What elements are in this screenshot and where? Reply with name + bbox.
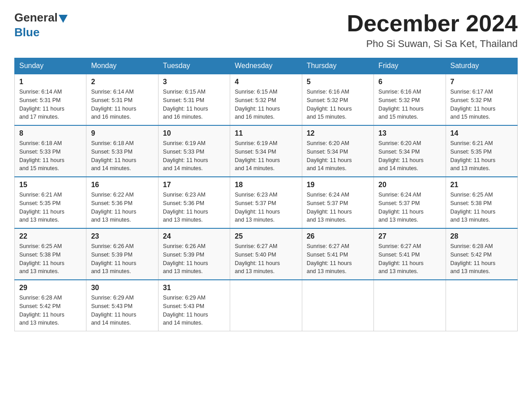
column-header-thursday: Thursday <box>302 58 373 74</box>
day-info: Sunrise: 6:26 AMSunset: 5:39 PMDaylight:… <box>91 242 153 276</box>
calendar-cell: 10Sunrise: 6:19 AMSunset: 5:33 PMDayligh… <box>158 125 230 177</box>
calendar-cell: 28Sunrise: 6:28 AMSunset: 5:42 PMDayligh… <box>446 228 517 280</box>
calendar-cell: 4Sunrise: 6:15 AMSunset: 5:32 PMDaylight… <box>230 74 302 125</box>
calendar-cell: 27Sunrise: 6:27 AMSunset: 5:41 PMDayligh… <box>374 228 446 280</box>
day-info: Sunrise: 6:24 AMSunset: 5:37 PMDaylight:… <box>307 191 369 224</box>
day-info: Sunrise: 6:23 AMSunset: 5:37 PMDaylight:… <box>235 191 297 224</box>
calendar-cell: 22Sunrise: 6:25 AMSunset: 5:38 PMDayligh… <box>15 228 86 280</box>
day-number: 9 <box>91 129 153 137</box>
calendar-cell: 11Sunrise: 6:19 AMSunset: 5:34 PMDayligh… <box>230 125 302 177</box>
calendar-cell: 8Sunrise: 6:18 AMSunset: 5:33 PMDaylight… <box>15 125 86 177</box>
day-info: Sunrise: 6:17 AMSunset: 5:32 PMDaylight:… <box>450 88 513 121</box>
calendar-cell: 13Sunrise: 6:20 AMSunset: 5:34 PMDayligh… <box>374 125 446 177</box>
day-number: 17 <box>163 181 225 189</box>
calendar-cell: 19Sunrise: 6:24 AMSunset: 5:37 PMDayligh… <box>302 177 373 228</box>
day-number: 11 <box>235 129 297 137</box>
day-number: 25 <box>235 232 297 240</box>
day-info: Sunrise: 6:24 AMSunset: 5:37 PMDaylight:… <box>378 191 441 224</box>
day-number: 15 <box>19 181 82 189</box>
calendar-cell <box>302 280 373 331</box>
day-number: 7 <box>450 78 513 86</box>
day-info: Sunrise: 6:20 AMSunset: 5:34 PMDaylight:… <box>378 139 441 173</box>
day-number: 29 <box>19 284 82 292</box>
calendar-cell: 12Sunrise: 6:20 AMSunset: 5:34 PMDayligh… <box>302 125 373 177</box>
calendar-cell <box>230 280 302 331</box>
day-number: 28 <box>450 232 513 240</box>
column-header-wednesday: Wednesday <box>230 58 302 74</box>
logo-triangle-icon <box>59 15 68 23</box>
calendar-cell: 29Sunrise: 6:28 AMSunset: 5:42 PMDayligh… <box>15 280 86 331</box>
day-number: 13 <box>378 129 441 137</box>
location-subtitle: Pho Si Suwan, Si Sa Ket, Thailand <box>347 38 518 50</box>
column-header-sunday: Sunday <box>15 58 86 74</box>
day-number: 5 <box>307 78 369 86</box>
day-info: Sunrise: 6:23 AMSunset: 5:36 PMDaylight:… <box>163 191 225 224</box>
calendar-cell <box>374 280 446 331</box>
day-info: Sunrise: 6:18 AMSunset: 5:33 PMDaylight:… <box>91 139 153 173</box>
calendar-cell: 1Sunrise: 6:14 AMSunset: 5:31 PMDaylight… <box>15 74 86 125</box>
day-number: 16 <box>91 181 153 189</box>
calendar-cell: 23Sunrise: 6:26 AMSunset: 5:39 PMDayligh… <box>86 228 158 280</box>
calendar-cell <box>446 280 517 331</box>
calendar-cell: 3Sunrise: 6:15 AMSunset: 5:31 PMDaylight… <box>158 74 230 125</box>
calendar-header-row: SundayMondayTuesdayWednesdayThursdayFrid… <box>15 58 518 74</box>
calendar-cell: 26Sunrise: 6:27 AMSunset: 5:41 PMDayligh… <box>302 228 373 280</box>
day-number: 12 <box>307 129 369 137</box>
column-header-friday: Friday <box>374 58 446 74</box>
day-info: Sunrise: 6:19 AMSunset: 5:33 PMDaylight:… <box>163 139 225 173</box>
day-info: Sunrise: 6:28 AMSunset: 5:42 PMDaylight:… <box>19 294 82 327</box>
day-info: Sunrise: 6:15 AMSunset: 5:32 PMDaylight:… <box>235 88 297 121</box>
calendar-cell: 15Sunrise: 6:21 AMSunset: 5:35 PMDayligh… <box>15 177 86 228</box>
day-info: Sunrise: 6:14 AMSunset: 5:31 PMDaylight:… <box>91 88 153 121</box>
calendar-cell: 21Sunrise: 6:25 AMSunset: 5:38 PMDayligh… <box>446 177 517 228</box>
day-info: Sunrise: 6:18 AMSunset: 5:33 PMDaylight:… <box>19 139 82 173</box>
calendar-cell: 30Sunrise: 6:29 AMSunset: 5:43 PMDayligh… <box>86 280 158 331</box>
day-info: Sunrise: 6:29 AMSunset: 5:43 PMDaylight:… <box>91 294 153 327</box>
logo-blue-text: Blue <box>14 26 39 39</box>
day-info: Sunrise: 6:25 AMSunset: 5:38 PMDaylight:… <box>19 242 82 276</box>
day-info: Sunrise: 6:28 AMSunset: 5:42 PMDaylight:… <box>450 242 513 276</box>
month-title: December 2024 <box>347 11 518 36</box>
column-header-saturday: Saturday <box>446 58 517 74</box>
calendar-cell: 18Sunrise: 6:23 AMSunset: 5:37 PMDayligh… <box>230 177 302 228</box>
calendar-cell: 31Sunrise: 6:29 AMSunset: 5:43 PMDayligh… <box>158 280 230 331</box>
day-number: 6 <box>378 78 441 86</box>
calendar-week-row: 8Sunrise: 6:18 AMSunset: 5:33 PMDaylight… <box>15 125 518 177</box>
logo: General Blue <box>14 11 69 39</box>
day-number: 23 <box>91 232 153 240</box>
day-number: 24 <box>163 232 225 240</box>
day-number: 18 <box>235 181 297 189</box>
calendar-cell: 25Sunrise: 6:27 AMSunset: 5:40 PMDayligh… <box>230 228 302 280</box>
column-header-monday: Monday <box>86 58 158 74</box>
day-number: 31 <box>163 284 225 292</box>
calendar-cell: 14Sunrise: 6:21 AMSunset: 5:35 PMDayligh… <box>446 125 517 177</box>
day-number: 21 <box>450 181 513 189</box>
day-info: Sunrise: 6:16 AMSunset: 5:32 PMDaylight:… <box>307 88 369 121</box>
logo-general-text: General <box>14 11 58 25</box>
calendar-week-row: 15Sunrise: 6:21 AMSunset: 5:35 PMDayligh… <box>15 177 518 228</box>
day-number: 3 <box>163 78 225 86</box>
day-number: 8 <box>19 129 82 137</box>
day-info: Sunrise: 6:27 AMSunset: 5:40 PMDaylight:… <box>235 242 297 276</box>
day-info: Sunrise: 6:26 AMSunset: 5:39 PMDaylight:… <box>163 242 225 276</box>
calendar-cell: 16Sunrise: 6:22 AMSunset: 5:36 PMDayligh… <box>86 177 158 228</box>
day-number: 30 <box>91 284 153 292</box>
calendar-week-row: 29Sunrise: 6:28 AMSunset: 5:42 PMDayligh… <box>15 280 518 331</box>
day-number: 14 <box>450 129 513 137</box>
calendar-cell: 17Sunrise: 6:23 AMSunset: 5:36 PMDayligh… <box>158 177 230 228</box>
day-info: Sunrise: 6:20 AMSunset: 5:34 PMDaylight:… <box>307 139 369 173</box>
page-header: General Blue December 2024 Pho Si Suwan,… <box>14 11 518 50</box>
day-info: Sunrise: 6:21 AMSunset: 5:35 PMDaylight:… <box>450 139 513 173</box>
calendar-week-row: 22Sunrise: 6:25 AMSunset: 5:38 PMDayligh… <box>15 228 518 280</box>
day-number: 22 <box>19 232 82 240</box>
column-header-tuesday: Tuesday <box>158 58 230 74</box>
calendar-table: SundayMondayTuesdayWednesdayThursdayFrid… <box>14 58 518 331</box>
day-info: Sunrise: 6:22 AMSunset: 5:36 PMDaylight:… <box>91 191 153 224</box>
calendar-cell: 5Sunrise: 6:16 AMSunset: 5:32 PMDaylight… <box>302 74 373 125</box>
calendar-cell: 7Sunrise: 6:17 AMSunset: 5:32 PMDaylight… <box>446 74 517 125</box>
day-info: Sunrise: 6:15 AMSunset: 5:31 PMDaylight:… <box>163 88 225 121</box>
day-number: 20 <box>378 181 441 189</box>
day-number: 10 <box>163 129 225 137</box>
day-info: Sunrise: 6:25 AMSunset: 5:38 PMDaylight:… <box>450 191 513 224</box>
calendar-cell: 9Sunrise: 6:18 AMSunset: 5:33 PMDaylight… <box>86 125 158 177</box>
